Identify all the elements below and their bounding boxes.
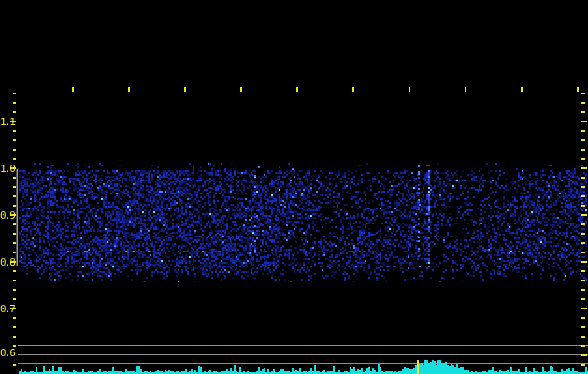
y-tick-right [581,345,585,347]
y-tick-right [581,186,585,188]
y-tick-left [13,298,16,300]
y-tick-right [581,177,585,179]
y-tick-left [13,280,16,281]
y-tick-right [581,195,585,197]
y-tick-right [581,270,585,272]
y-tick-label: 0.9 [0,209,14,222]
y-tick-right [581,336,585,338]
x-tick [72,87,74,92]
y-tick-right [581,233,585,235]
y-tick-left [13,252,16,253]
y-tick-left [13,317,16,319]
y-tick-right [581,121,587,122]
y-tick-left [13,233,16,235]
y-tick-right [581,167,587,169]
x-tick [128,87,130,92]
y-tick-right [581,214,587,216]
y-tick-right [581,242,585,244]
y-tick-right [581,93,585,94]
y-tick-right [581,130,585,132]
y-tick-left [13,186,16,188]
y-tick-left [13,336,16,338]
y-tick-left [13,223,16,225]
y-tick-right [581,205,585,207]
y-tick-right [581,223,585,225]
y-tick-right [581,308,587,309]
y-tick-left [13,158,16,160]
y-tick-label: 0.6 [0,347,16,359]
y-tick-left [13,364,16,366]
y-tick-left [13,326,16,328]
y-tick-right [581,298,585,300]
y-tick-left [13,93,16,94]
y-tick-right [581,102,585,104]
x-tick [240,87,242,92]
y-tick-left [13,102,16,104]
y-tick-right [581,280,585,281]
y-tick-left [13,242,16,244]
y-tick-left [13,270,16,272]
y-tick-right [581,261,587,263]
y-tick-left [13,289,16,291]
y-tick-right [581,364,585,366]
y-tick-right [581,139,585,141]
y-tick-left [13,177,16,179]
x-tick [521,87,523,92]
spectrogram-canvas [0,0,588,374]
y-tick-label: 0.7 [0,303,14,315]
y-tick-right [581,326,585,328]
x-tick [296,87,298,92]
x-tick [465,87,466,92]
y-tick-left [13,205,16,207]
y-tick-right [581,149,585,151]
hrofft-screen: H R O F F T UT2510102300.pn meteor 25.10… [0,0,588,374]
y-tick-right [581,354,587,356]
y-tick-right [581,289,585,291]
y-tick-right [581,158,585,160]
y-tick-label: 1.1 [0,116,14,128]
y-tick-right [581,317,585,319]
y-tick-right [581,111,585,113]
x-tick [409,87,410,92]
y-tick-left [13,139,16,141]
x-tick [184,87,186,92]
y-tick-left [13,111,16,113]
y-tick-label: 0.8 [0,256,14,268]
x-tick [352,87,354,92]
y-tick-label: 1.0 [0,163,14,175]
y-tick-right [581,252,585,253]
x-tick [577,87,579,92]
y-tick-left [13,149,16,151]
y-tick-left [13,130,16,132]
y-tick-left [13,195,16,197]
